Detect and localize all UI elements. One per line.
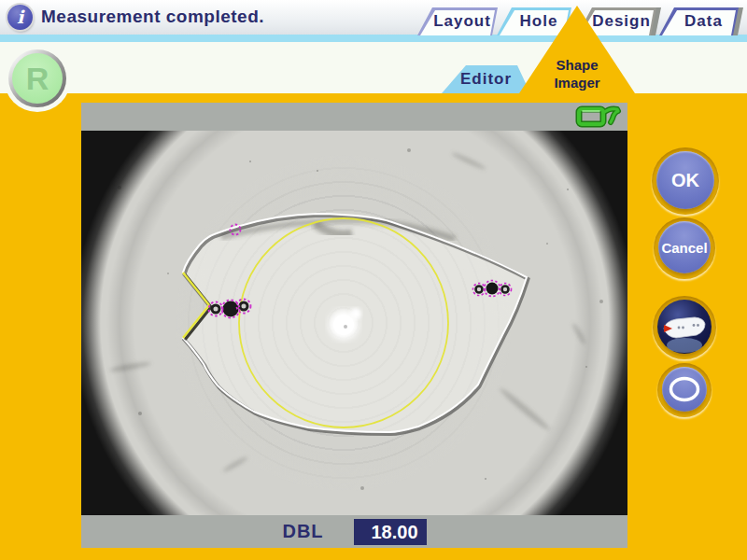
tab-baseline-strip [0, 35, 747, 42]
status-message: Measurement completed. [41, 7, 264, 27]
shape-imager-panel: DBL 18.00 [81, 103, 627, 548]
tab-layout-label: Layout [417, 7, 498, 35]
tab-data-label: Data [659, 7, 739, 35]
r-button-label: R [26, 61, 49, 97]
cancel-button[interactable]: Cancel [658, 221, 711, 273]
tab-layout[interactable]: Layout [417, 7, 498, 35]
glasses-icon[interactable] [575, 104, 622, 132]
ok-button[interactable]: OK [656, 151, 714, 209]
tab-data[interactable]: Data [659, 7, 739, 35]
dbl-value-field[interactable]: 18.00 [354, 519, 427, 545]
ring-icon[interactable] [662, 367, 707, 412]
measurement-bar: DBL 18.00 [81, 515, 627, 548]
info-icon: i [7, 5, 33, 30]
dbl-label: DBL [282, 521, 323, 542]
field-vignette [81, 131, 627, 515]
lens-shape-icon[interactable] [657, 300, 712, 354]
sub-tab-band [0, 42, 747, 93]
panel-top-bar [81, 103, 627, 131]
camera-view [81, 131, 627, 515]
eye-side-r-button[interactable]: R [4, 45, 71, 112]
